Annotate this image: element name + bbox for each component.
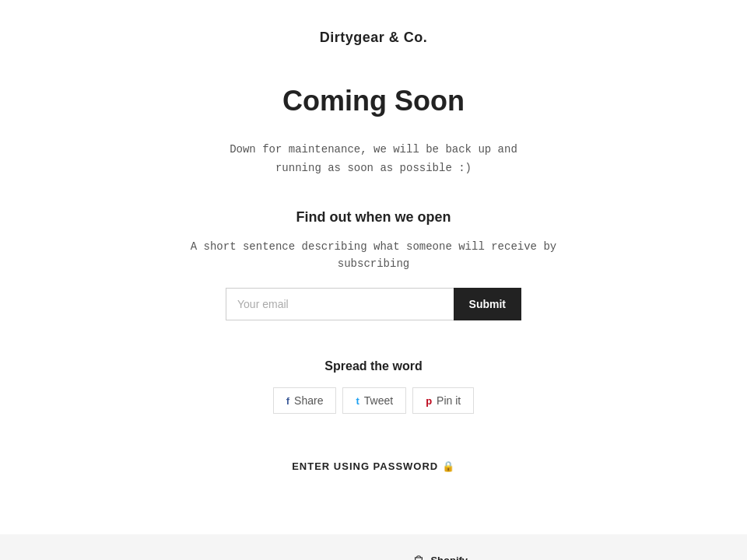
- site-header: Dirtygear & Co.: [16, 16, 731, 54]
- pinterest-label: Pin it: [437, 394, 461, 407]
- twitter-icon: t: [356, 395, 359, 407]
- facebook-label: Share: [294, 394, 323, 407]
- email-input[interactable]: [226, 288, 454, 320]
- footer: This shop will be powered by Shopify: [0, 534, 747, 560]
- coming-soon-heading: Coming Soon: [282, 85, 465, 117]
- twitter-label: Tweet: [364, 394, 393, 407]
- facebook-icon: f: [286, 395, 289, 407]
- site-title: Dirtygear & Co.: [320, 30, 428, 45]
- subscribe-form: Submit: [226, 288, 521, 320]
- submit-button[interactable]: Submit: [454, 288, 521, 320]
- social-buttons-container: f Share t Tweet p Pin it: [273, 387, 474, 414]
- facebook-share-button[interactable]: f Share: [273, 387, 337, 414]
- pinterest-icon: p: [426, 395, 432, 407]
- subscribe-description: A short sentence describing what someone…: [191, 238, 556, 273]
- center-block: Coming Soon Down for maintenance, we wil…: [101, 54, 646, 519]
- password-link[interactable]: ENTER USING PASSWORD 🔒: [292, 460, 455, 472]
- maintenance-text: Down for maintenance, we will be back up…: [230, 141, 517, 178]
- find-out-heading: Find out when we open: [296, 209, 451, 226]
- pinterest-pin-button[interactable]: p Pin it: [412, 387, 474, 414]
- spread-heading: Spread the word: [324, 359, 422, 373]
- shopify-logo: Shopify: [412, 553, 468, 560]
- twitter-tweet-button[interactable]: t Tweet: [342, 387, 406, 414]
- shopify-icon: [412, 553, 426, 560]
